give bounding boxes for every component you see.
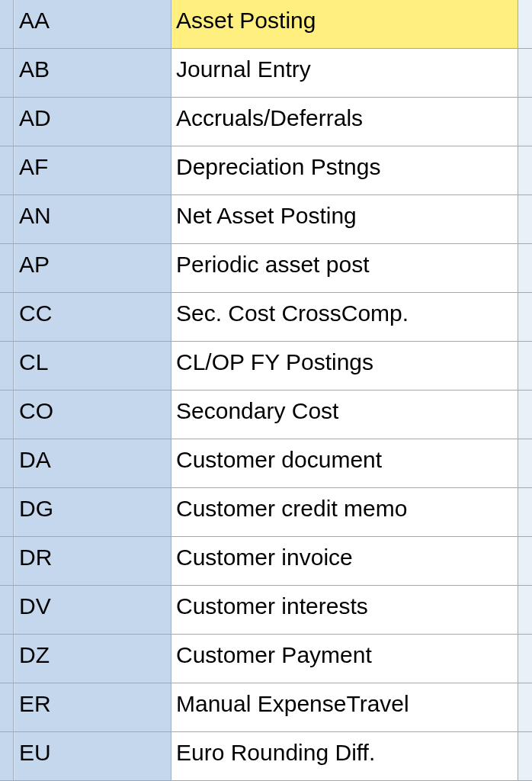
table-row[interactable]: AAAsset Posting	[0, 0, 532, 49]
row-selector[interactable]	[0, 537, 14, 585]
doc-type-code[interactable]: AP	[14, 244, 171, 292]
table-row[interactable]: AFDepreciation Pstngs	[0, 146, 532, 195]
row-selector[interactable]	[0, 0, 14, 48]
row-selector[interactable]	[0, 586, 14, 634]
doc-type-code[interactable]: AF	[14, 146, 171, 194]
doc-type-description[interactable]: Journal Entry	[171, 49, 518, 97]
table-row[interactable]: ADAccruals/Deferrals	[0, 98, 532, 146]
right-margin	[518, 732, 532, 780]
doc-type-code[interactable]: CC	[14, 293, 171, 341]
doc-type-description[interactable]: Customer credit memo	[171, 488, 518, 536]
document-type-table: AAAsset PostingABJournal EntryADAccruals…	[0, 0, 532, 781]
doc-type-description[interactable]: Customer Payment	[171, 635, 518, 683]
right-margin	[518, 342, 532, 390]
doc-type-code[interactable]: EU	[14, 732, 171, 780]
doc-type-description[interactable]: Periodic asset post	[171, 244, 518, 292]
row-selector[interactable]	[0, 390, 14, 439]
right-margin	[518, 586, 532, 634]
row-selector[interactable]	[0, 683, 14, 731]
row-selector[interactable]	[0, 732, 14, 780]
right-margin	[518, 49, 532, 97]
doc-type-description[interactable]: Customer document	[171, 439, 518, 487]
table-row[interactable]: DRCustomer invoice	[0, 537, 532, 586]
right-margin	[518, 390, 532, 439]
doc-type-description[interactable]: Asset Posting	[171, 0, 518, 48]
table-row[interactable]: CCSec. Cost CrossComp.	[0, 293, 532, 342]
right-margin	[518, 683, 532, 731]
table-row[interactable]: ABJournal Entry	[0, 49, 532, 98]
doc-type-description[interactable]: Secondary Cost	[171, 390, 518, 439]
doc-type-code[interactable]: ER	[14, 683, 171, 731]
right-margin	[518, 98, 532, 146]
right-margin	[518, 537, 532, 585]
doc-type-description[interactable]: Net Asset Posting	[171, 195, 518, 243]
row-selector[interactable]	[0, 146, 14, 194]
right-margin	[518, 244, 532, 292]
table-row[interactable]: ANNet Asset Posting	[0, 195, 532, 244]
right-margin	[518, 195, 532, 243]
doc-type-code[interactable]: DR	[14, 537, 171, 585]
doc-type-code[interactable]: AA	[14, 0, 171, 48]
row-selector[interactable]	[0, 195, 14, 243]
doc-type-description[interactable]: CL/OP FY Postings	[171, 342, 518, 390]
doc-type-description[interactable]: Manual ExpenseTravel	[171, 683, 518, 731]
doc-type-code[interactable]: AB	[14, 49, 171, 97]
table-row[interactable]: APPeriodic asset post	[0, 244, 532, 293]
doc-type-code[interactable]: CL	[14, 342, 171, 390]
table-row[interactable]: CLCL/OP FY Postings	[0, 342, 532, 390]
doc-type-description[interactable]: Accruals/Deferrals	[171, 98, 518, 146]
row-selector[interactable]	[0, 98, 14, 146]
doc-type-description[interactable]: Customer interests	[171, 586, 518, 634]
table-row[interactable]: COSecondary Cost	[0, 390, 532, 439]
right-margin	[518, 293, 532, 341]
table-row[interactable]: ERManual ExpenseTravel	[0, 683, 532, 732]
doc-type-description[interactable]: Euro Rounding Diff.	[171, 732, 518, 780]
right-margin	[518, 635, 532, 683]
row-selector[interactable]	[0, 635, 14, 683]
doc-type-code[interactable]: DZ	[14, 635, 171, 683]
table-row[interactable]: DACustomer document	[0, 439, 532, 488]
doc-type-code[interactable]: DV	[14, 586, 171, 634]
right-margin	[518, 0, 532, 48]
doc-type-code[interactable]: CO	[14, 390, 171, 439]
row-selector[interactable]	[0, 342, 14, 390]
doc-type-code[interactable]: AN	[14, 195, 171, 243]
doc-type-description[interactable]: Customer invoice	[171, 537, 518, 585]
table-row[interactable]: DVCustomer interests	[0, 586, 532, 635]
doc-type-code[interactable]: DA	[14, 439, 171, 487]
row-selector[interactable]	[0, 293, 14, 341]
right-margin	[518, 488, 532, 536]
doc-type-description[interactable]: Sec. Cost CrossComp.	[171, 293, 518, 341]
table-row[interactable]: DZCustomer Payment	[0, 635, 532, 683]
table-row[interactable]: EUEuro Rounding Diff.	[0, 732, 532, 781]
doc-type-description[interactable]: Depreciation Pstngs	[171, 146, 518, 194]
row-selector[interactable]	[0, 49, 14, 97]
right-margin	[518, 439, 532, 487]
right-margin	[518, 146, 532, 194]
doc-type-code[interactable]: DG	[14, 488, 171, 536]
doc-type-code[interactable]: AD	[14, 98, 171, 146]
row-selector[interactable]	[0, 244, 14, 292]
row-selector[interactable]	[0, 439, 14, 487]
table-row[interactable]: DGCustomer credit memo	[0, 488, 532, 537]
row-selector[interactable]	[0, 488, 14, 536]
